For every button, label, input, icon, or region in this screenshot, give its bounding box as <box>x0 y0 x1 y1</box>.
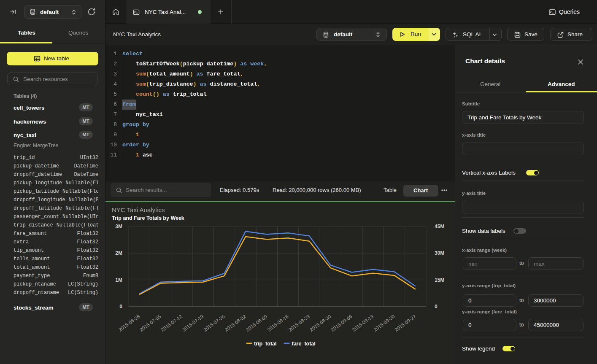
svg-text:trip_total: trip_total <box>254 341 276 347</box>
svg-text:15M: 15M <box>435 277 444 283</box>
svg-text:2015-09-13: 2015-09-13 <box>351 314 375 332</box>
svg-text:2015-07-19: 2015-07-19 <box>181 314 205 332</box>
svg-text:2015-08-16: 2015-08-16 <box>266 314 289 332</box>
svg-text:2015-08-09: 2015-08-09 <box>245 314 268 332</box>
svg-text:2015-08-02: 2015-08-02 <box>224 314 247 332</box>
svg-text:1M: 1M <box>115 277 122 283</box>
svg-text:0: 0 <box>119 304 122 310</box>
svg-text:2015-06-28: 2015-06-28 <box>118 314 141 332</box>
svg-text:2015-08-30: 2015-08-30 <box>309 314 332 332</box>
svg-text:2M: 2M <box>115 250 122 256</box>
svg-text:45M: 45M <box>435 224 444 229</box>
svg-text:30M: 30M <box>435 250 444 256</box>
svg-text:2015-07-05: 2015-07-05 <box>139 314 162 332</box>
svg-text:2015-07-12: 2015-07-12 <box>160 314 183 332</box>
svg-text:2015-09-27: 2015-09-27 <box>394 314 417 332</box>
svg-text:fare_total: fare_total <box>292 341 316 347</box>
svg-text:0: 0 <box>435 304 438 310</box>
svg-text:2015-08-23: 2015-08-23 <box>288 314 311 332</box>
svg-text:2015-09-06: 2015-09-06 <box>330 314 353 332</box>
svg-text:3M: 3M <box>115 224 122 229</box>
svg-text:2015-07-26: 2015-07-26 <box>203 314 226 332</box>
svg-text:2015-09-20: 2015-09-20 <box>373 314 396 332</box>
